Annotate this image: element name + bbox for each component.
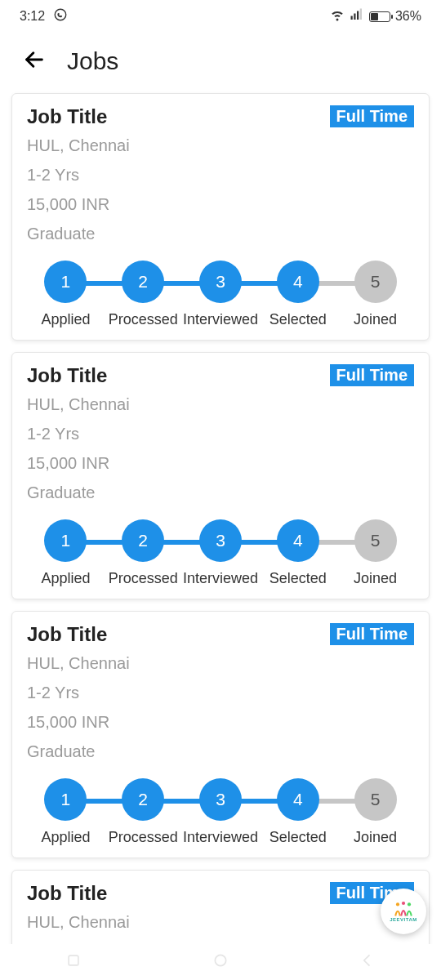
step-label: Joined xyxy=(354,570,397,587)
step-interviewed: 3Interviewed xyxy=(182,519,260,587)
step-label: Interviewed xyxy=(183,311,258,328)
step-label: Selected xyxy=(270,570,327,587)
wifi-icon xyxy=(330,7,345,25)
jeevitam-fab[interactable]: JEEVITAM xyxy=(381,889,426,934)
step-circle: 2 xyxy=(122,519,164,562)
step-label: Processed xyxy=(109,570,178,587)
job-type-badge: Full Time xyxy=(330,105,414,127)
step-label: Applied xyxy=(41,311,90,328)
step-circle: 2 xyxy=(122,261,164,303)
job-salary: 15,000 INR xyxy=(27,710,414,734)
step-circle: 3 xyxy=(199,261,242,303)
progress-stepper: 1Applied2Processed3Interviewed4Selected5… xyxy=(27,778,414,846)
job-title: Job Title xyxy=(27,882,107,905)
step-label: Joined xyxy=(354,311,397,328)
step-circle: 3 xyxy=(199,778,242,821)
job-experience: 1-2 Yrs xyxy=(27,421,414,446)
job-company: HUL, Chennai xyxy=(27,910,414,934)
step-circle: 5 xyxy=(354,519,397,562)
job-card[interactable]: Job TitleFull TimeHUL, Chennai1-2 Yrs15,… xyxy=(11,93,430,341)
step-label: Joined xyxy=(354,829,397,846)
step-label: Interviewed xyxy=(183,570,258,587)
recent-apps-icon[interactable] xyxy=(65,952,82,972)
job-title: Job Title xyxy=(27,105,107,128)
job-salary: 15,000 INR xyxy=(27,451,414,475)
svg-rect-4 xyxy=(360,9,362,20)
fab-label: JEEVITAM xyxy=(390,917,417,922)
job-experience: 1-2 Yrs xyxy=(27,680,414,705)
step-joined: 5Joined xyxy=(336,261,414,328)
whatsapp-icon xyxy=(53,7,68,25)
step-selected: 4Selected xyxy=(259,778,336,846)
svg-rect-2 xyxy=(354,14,355,20)
step-circle: 1 xyxy=(44,261,87,303)
step-selected: 4Selected xyxy=(259,519,336,587)
system-nav xyxy=(0,944,441,980)
step-joined: 5Joined xyxy=(336,519,414,587)
step-applied: 1Applied xyxy=(27,261,105,328)
step-circle: 3 xyxy=(199,519,242,562)
progress-stepper: 1Applied2Processed3Interviewed4Selected5… xyxy=(27,519,414,587)
step-label: Selected xyxy=(270,829,327,846)
job-type-badge: Full Time xyxy=(330,364,414,386)
job-education: Graduate xyxy=(27,221,414,246)
app-header: Jobs xyxy=(0,33,441,93)
svg-point-6 xyxy=(396,902,399,906)
job-education: Graduate xyxy=(27,739,414,764)
step-applied: 1Applied xyxy=(27,519,105,587)
svg-point-10 xyxy=(215,955,225,965)
clock: 3:12 xyxy=(20,9,45,24)
step-joined: 5Joined xyxy=(336,778,414,846)
svg-point-0 xyxy=(55,9,66,20)
svg-rect-1 xyxy=(350,16,352,20)
step-processed: 2Processed xyxy=(105,261,182,328)
step-circle: 2 xyxy=(122,778,164,821)
step-interviewed: 3Interviewed xyxy=(182,778,260,846)
step-circle: 4 xyxy=(277,519,319,562)
step-label: Applied xyxy=(41,829,90,846)
step-circle: 5 xyxy=(354,261,397,303)
home-icon[interactable] xyxy=(212,952,229,972)
battery-icon xyxy=(369,11,390,22)
job-list: Job TitleFull TimeHUL, Chennai1-2 Yrs15,… xyxy=(0,93,441,980)
battery-percent: 36% xyxy=(395,9,421,24)
back-arrow-icon[interactable] xyxy=(23,48,46,74)
svg-rect-9 xyxy=(69,956,78,965)
job-card[interactable]: Job TitleFull TimeHUL, Chennai1-2 Yrs15,… xyxy=(11,352,430,599)
job-company: HUL, Chennai xyxy=(27,133,414,158)
job-title: Job Title xyxy=(27,623,107,646)
step-label: Processed xyxy=(109,829,178,846)
svg-rect-3 xyxy=(357,11,359,20)
step-selected: 4Selected xyxy=(259,261,336,328)
step-circle: 1 xyxy=(44,519,87,562)
svg-point-8 xyxy=(408,902,411,906)
step-label: Applied xyxy=(41,570,90,587)
svg-point-7 xyxy=(402,902,405,905)
back-nav-icon[interactable] xyxy=(359,952,376,972)
job-salary: 15,000 INR xyxy=(27,192,414,216)
step-processed: 2Processed xyxy=(105,519,182,587)
job-experience: 1-2 Yrs xyxy=(27,163,414,187)
step-circle: 1 xyxy=(44,778,87,821)
step-circle: 4 xyxy=(277,778,319,821)
step-circle: 4 xyxy=(277,261,319,303)
job-education: Graduate xyxy=(27,480,414,505)
step-label: Processed xyxy=(109,311,178,328)
job-type-badge: Full Time xyxy=(330,623,414,645)
status-bar: 3:12 36% xyxy=(0,0,441,33)
job-title: Job Title xyxy=(27,364,107,387)
job-company: HUL, Chennai xyxy=(27,651,414,675)
signal-icon xyxy=(350,7,364,25)
job-company: HUL, Chennai xyxy=(27,392,414,416)
step-applied: 1Applied xyxy=(27,778,105,846)
page-title: Jobs xyxy=(67,47,118,75)
step-label: Interviewed xyxy=(183,829,258,846)
job-card[interactable]: Job TitleFull TimeHUL, Chennai1-2 Yrs15,… xyxy=(11,611,430,858)
step-processed: 2Processed xyxy=(105,778,182,846)
progress-stepper: 1Applied2Processed3Interviewed4Selected5… xyxy=(27,261,414,328)
step-interviewed: 3Interviewed xyxy=(182,261,260,328)
step-label: Selected xyxy=(270,311,327,328)
step-circle: 5 xyxy=(354,778,397,821)
